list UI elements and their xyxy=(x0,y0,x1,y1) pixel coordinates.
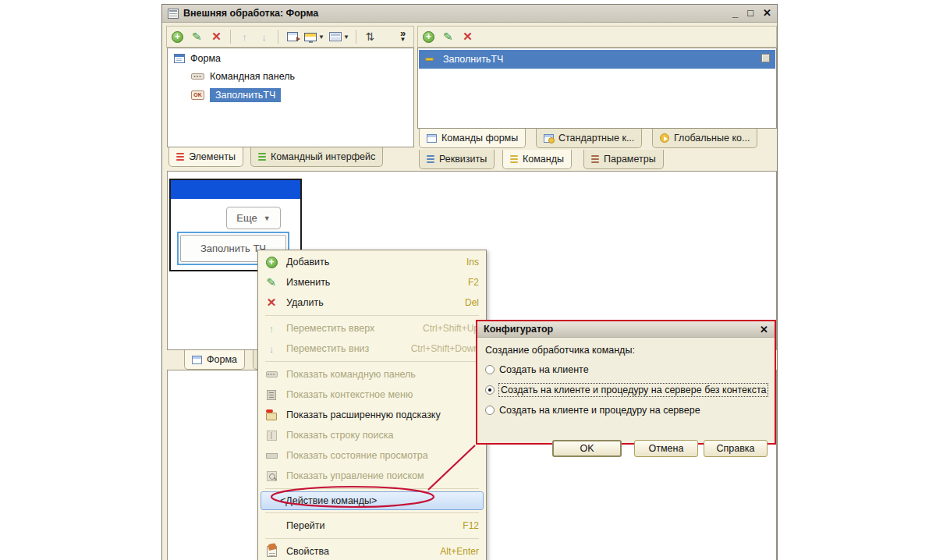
window-titlebar: Внешняя обработка: Форма _ □ ✕ xyxy=(162,5,777,23)
edit-icon[interactable]: ✎ xyxy=(440,30,456,44)
more-actions-button[interactable]: Еще ▼ xyxy=(226,207,281,229)
tab-commands[interactable]: Команды xyxy=(502,150,572,169)
move-up-icon[interactable]: ↑ xyxy=(237,30,252,44)
tab-command-interface[interactable]: Командный интерфейс xyxy=(250,147,383,167)
tree-item-form[interactable]: Форма xyxy=(174,53,221,64)
panel-layout-icon[interactable]: ▼ xyxy=(329,30,349,44)
ok-button[interactable]: OK xyxy=(552,440,622,457)
menu-separator xyxy=(265,315,479,316)
move-up-icon: ↑ xyxy=(264,323,279,335)
tree-item-command-bar[interactable]: ••• Командная панель xyxy=(191,71,295,82)
menu-item-delete[interactable]: ✕ Удалить Del xyxy=(258,292,486,313)
command-bar-icon: ••• xyxy=(191,73,204,80)
extended-tooltip-icon xyxy=(264,410,279,420)
add-icon: + xyxy=(264,257,279,268)
menu-item-show-search-string: | Показать строку поиска xyxy=(258,425,486,445)
selected-tree-label: ЗаполнитьТЧ xyxy=(210,88,281,102)
standard-commands-icon xyxy=(544,134,554,143)
list-item[interactable]: ЗаполнитьТЧ xyxy=(419,50,775,69)
form-tab-icon xyxy=(192,356,202,364)
ok-button-icon: OK xyxy=(191,90,204,100)
elements-tree-panel: Форма ••• Командная панель OK ЗаполнитьТ… xyxy=(167,48,414,147)
menu-item-show-context-menu: Показать контекстное меню xyxy=(258,385,486,405)
radio-create-on-client[interactable]: Создать на клиенте xyxy=(485,364,589,375)
swap-icon[interactable]: ⇅ xyxy=(363,30,378,44)
tab-attributes[interactable]: Реквизиты xyxy=(419,150,495,169)
parameters-stack-icon xyxy=(591,154,599,164)
global-commands-icon xyxy=(660,133,669,143)
edit-icon[interactable]: ✎ xyxy=(189,30,205,44)
commands-toolbar: + ✎ ✕ xyxy=(417,26,777,48)
command-bar-icon: ••• xyxy=(264,371,279,377)
dialog-titlebar: Конфигуратор ✕ xyxy=(477,321,775,338)
menu-item-show-extended-tooltip[interactable]: Показать расширенную подсказку xyxy=(258,405,486,425)
command-interface-stack-icon xyxy=(258,152,266,161)
move-down-icon: ↓ xyxy=(264,343,279,355)
dialog-title: Конфигуратор xyxy=(484,324,553,335)
preview-mode-icon[interactable]: ▼ xyxy=(304,30,324,44)
delete-icon[interactable]: ✕ xyxy=(209,30,224,44)
radio-selected-icon[interactable] xyxy=(485,385,495,395)
list-item-checkbox[interactable] xyxy=(761,54,770,62)
help-button[interactable]: Справка xyxy=(704,440,768,457)
commands-stack-icon xyxy=(510,154,518,164)
dialog-close-icon[interactable]: ✕ xyxy=(760,324,768,335)
menu-separator xyxy=(265,361,479,362)
menu-item-move-down: ↓ Переместить вниз Ctrl+Shift+Down xyxy=(258,338,486,359)
window-title: Внешняя обработка: Форма xyxy=(183,8,318,19)
form-preview-titlebar xyxy=(171,180,300,199)
move-down-icon[interactable]: ↓ xyxy=(257,30,271,44)
commands-list-panel: ЗаполнитьТЧ xyxy=(417,48,777,129)
menu-item-command-action[interactable]: <Действие команды> xyxy=(261,491,484,510)
menu-separator xyxy=(265,538,479,539)
tree-item-fill-command[interactable]: OK ЗаполнитьТЧ xyxy=(191,88,281,102)
menu-item-show-command-bar: ••• Показать командную панель xyxy=(258,364,486,385)
tab-standard-commands[interactable]: Стандартные к... xyxy=(536,129,642,148)
more-buttons-icon[interactable]: »▼ xyxy=(395,30,410,44)
context-menu: + Добавить Ins ✎ Изменить F2 ✕ Удалить D… xyxy=(257,250,487,560)
add-icon[interactable]: + xyxy=(421,30,436,44)
menu-item-go-to[interactable]: Перейти F12 xyxy=(258,516,486,536)
radio-icon[interactable] xyxy=(485,406,495,415)
form-icon xyxy=(174,54,185,63)
command-dash-icon xyxy=(425,58,434,61)
properties-icon xyxy=(264,546,279,557)
dialog-prompt: Создание обработчика команды: xyxy=(485,345,635,356)
menu-item-show-view-status: Показать состояние просмотра xyxy=(258,445,486,466)
elements-toolbar: + ✎ ✕ ↑ ↓ ▼ ▼ ⇅ »▼ xyxy=(166,26,414,48)
form-commands-icon xyxy=(427,134,437,143)
edit-icon: ✎ xyxy=(263,276,280,289)
tab-elements[interactable]: Элементы xyxy=(168,147,243,167)
radio-icon[interactable] xyxy=(485,365,495,374)
tab-global-commands[interactable]: Глобальные ко... xyxy=(652,129,757,148)
radio-create-on-client-server[interactable]: Создать на клиенте и процедуру на сервер… xyxy=(485,405,700,416)
minimize-button[interactable]: _ xyxy=(732,5,738,21)
tab-parameters[interactable]: Параметры xyxy=(583,150,664,169)
context-menu-icon xyxy=(264,390,279,400)
menu-separator xyxy=(265,512,479,513)
maximize-button[interactable]: □ xyxy=(747,5,753,21)
search-string-icon: | xyxy=(264,431,279,441)
menu-separator xyxy=(265,488,479,489)
menu-item-add[interactable]: + Добавить Ins xyxy=(258,252,486,272)
radio-create-on-client-server-no-context[interactable]: Создать на клиенте и процедуру на сервер… xyxy=(485,384,768,396)
tab-form-bottom[interactable]: Форма xyxy=(184,350,245,370)
delete-icon: ✕ xyxy=(264,296,279,310)
window-icon xyxy=(168,9,179,19)
elements-stack-icon xyxy=(176,152,184,161)
add-icon[interactable]: + xyxy=(170,30,185,44)
dropdown-caret-icon: ▼ xyxy=(264,214,271,222)
close-button[interactable]: ✕ xyxy=(763,5,771,21)
delete-icon[interactable]: ✕ xyxy=(460,30,475,44)
view-status-icon xyxy=(264,453,279,459)
menu-item-properties[interactable]: Свойства Alt+Enter xyxy=(258,541,486,560)
check-placement-icon[interactable] xyxy=(285,30,300,44)
menu-item-move-up: ↑ Переместить вверх Ctrl+Shift+Up xyxy=(258,318,486,338)
menu-item-edit[interactable]: ✎ Изменить F2 xyxy=(258,272,486,292)
menu-item-show-search-control: Показать управление поиском xyxy=(258,466,486,486)
configurator-dialog: Конфигуратор ✕ Создание обработчика кома… xyxy=(476,320,776,445)
search-control-icon xyxy=(264,471,279,481)
cancel-button[interactable]: Отмена xyxy=(634,440,698,457)
tab-form-commands[interactable]: Команды формы xyxy=(419,129,526,148)
attributes-stack-icon xyxy=(427,154,434,164)
